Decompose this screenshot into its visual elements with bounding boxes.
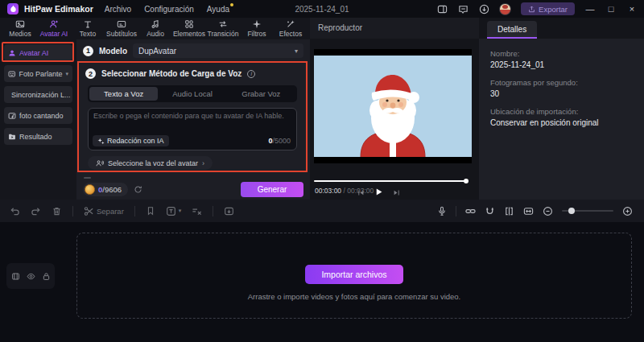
video-frame[interactable] — [314, 49, 472, 163]
sidebar-item-foto-cantando[interactable]: foto cantando — [4, 107, 72, 124]
field-label: Nombre: — [490, 49, 633, 58]
text-tool-button[interactable]: ▾ — [166, 206, 182, 216]
app-window: HitPaw Edimakor Archivo Configuración Ay… — [0, 0, 644, 342]
export-icon — [528, 6, 535, 13]
menu-ayuda[interactable]: Ayuda — [207, 5, 229, 14]
import-dropzone[interactable]: Importar archivos Arrastre o importe vid… — [76, 233, 632, 319]
titlebar: HitPaw Edimakor Archivo Configuración Ay… — [0, 0, 644, 18]
sidebar-item-resultado[interactable]: Resultado — [4, 128, 72, 145]
zoom-out-button[interactable] — [543, 206, 553, 216]
screen-record-icon[interactable] — [224, 206, 234, 216]
marker-icon[interactable] — [146, 206, 155, 216]
tab-grabar-voz[interactable]: Grabar Voz — [227, 87, 295, 101]
tab-elementos[interactable]: Elementos — [172, 19, 206, 38]
sidebar: Avatar AI Foto Parlante ▾ Sincronización… — [0, 39, 76, 200]
char-counter: 0/5000 — [268, 137, 291, 145]
download-update-icon[interactable] — [478, 3, 489, 14]
tab-texto-a-voz[interactable]: Texto a Voz — [89, 87, 158, 101]
lock-track-icon[interactable] — [42, 272, 51, 281]
text-icon — [83, 19, 93, 29]
info-icon[interactable]: i — [247, 70, 255, 78]
tab-audio[interactable]: Audio — [138, 19, 172, 38]
track-header — [6, 263, 55, 289]
sidebar-item-foto-parlante[interactable]: Foto Parlante ▾ — [4, 65, 72, 82]
coin-icon — [85, 184, 95, 195]
tab-subtitulos[interactable]: Subtítulos — [105, 19, 138, 38]
refresh-credits-icon[interactable] — [134, 183, 142, 197]
details-panel: Nombre: 2025-11-24_01 Fotogramas por seg… — [479, 39, 644, 200]
timeline-zoom-slider[interactable] — [562, 210, 613, 212]
script-textarea-container: Redacción con IA 0/5000 — [88, 108, 297, 150]
import-hint-text: Arrastre o importe videos y fotos aquí p… — [77, 292, 631, 301]
undo-button[interactable] — [10, 206, 20, 216]
close-button[interactable]: × — [626, 4, 638, 14]
split-view-icon[interactable] — [504, 206, 514, 216]
step-2-badge: 2 — [85, 68, 96, 79]
import-files-button[interactable]: Importar archivos — [305, 265, 403, 284]
ai-sparkle-icon — [97, 138, 105, 145]
audio-icon — [151, 19, 160, 29]
prev-frame-button[interactable] — [357, 185, 365, 200]
field-value: Conservar en posición original — [490, 118, 633, 127]
ai-writing-button[interactable]: Redacción con IA — [93, 135, 169, 146]
record-voiceover-button[interactable] — [437, 206, 447, 216]
model-select[interactable]: DupAvatar ▾ — [133, 43, 303, 58]
layout-panels-icon[interactable] — [436, 3, 448, 14]
tab-audio-local[interactable]: Audio Local — [158, 87, 226, 101]
player-panel: 00:03:00 / 00:03:00 — [310, 39, 479, 200]
tab-medios[interactable]: Medios — [3, 19, 37, 38]
generate-button[interactable]: Generar — [241, 182, 303, 197]
voice-section-title: Seleccionar Método de Carga de Voz — [101, 69, 242, 78]
field-value: 2025-11-24_01 — [490, 60, 633, 69]
export-button[interactable]: Exportar — [521, 2, 575, 15]
tab-avatar-ai[interactable]: Avatar AI — [37, 19, 71, 38]
delete-button[interactable] — [52, 206, 62, 216]
script-textarea[interactable] — [93, 112, 291, 133]
play-button[interactable] — [374, 185, 383, 200]
field-label: Fotogramas por segundo: — [490, 78, 633, 87]
subtitles-icon — [117, 19, 126, 29]
transition-icon — [218, 19, 228, 29]
singing-photo-icon — [8, 112, 16, 120]
tab-filtros[interactable]: Filtros — [240, 19, 274, 38]
tab-transicion[interactable]: Transición — [206, 19, 240, 38]
film-track-icon — [11, 272, 20, 281]
next-frame-button[interactable] — [393, 185, 400, 200]
chevron-down-icon: ▾ — [295, 47, 298, 55]
player-progress-bar[interactable] — [314, 180, 467, 182]
maximize-button[interactable]: □ — [605, 4, 617, 14]
panel-scrollbar[interactable] — [84, 177, 91, 179]
menu-archivo[interactable]: Archivo — [105, 5, 131, 14]
zoom-in-button[interactable] — [622, 206, 633, 216]
magnet-snap-icon[interactable] — [485, 206, 495, 216]
select-avatar-voice-button[interactable]: Seleccione la voz del avatar › — [88, 156, 213, 170]
progress-handle[interactable] — [464, 179, 469, 183]
chevron-down-icon: ▾ — [65, 71, 68, 77]
feedback-icon[interactable] — [457, 3, 469, 14]
redo-button[interactable] — [31, 206, 41, 216]
effects-icon — [286, 19, 295, 29]
details-header: Detalles — [479, 18, 644, 39]
step-1-badge: 1 — [83, 46, 93, 56]
zoom-slider-thumb[interactable] — [568, 208, 575, 214]
media-icon — [15, 19, 25, 29]
menu-configuracion[interactable]: Configuración — [144, 5, 194, 14]
timeline-area[interactable]: Importar archivos Arrastre o importe vid… — [0, 222, 644, 342]
fit-timeline-icon[interactable] — [523, 206, 534, 216]
tab-efectos[interactable]: Efectos — [274, 19, 308, 38]
avatar-ai-icon — [8, 49, 16, 57]
voice-person-icon — [96, 159, 104, 167]
remove-subtitle-icon[interactable] — [192, 206, 202, 216]
eye-visibility-icon[interactable] — [27, 272, 35, 281]
chevron-down-icon: ▾ — [179, 208, 182, 214]
user-avatar[interactable] — [499, 3, 511, 15]
timeline-toolbar: Separar ▾ — [0, 200, 644, 222]
split-button[interactable]: Separar — [84, 206, 124, 216]
tab-texto[interactable]: Texto — [71, 19, 105, 38]
sidebar-item-sincronizacion[interactable]: Sincronización L... — [4, 86, 72, 103]
link-clips-icon[interactable] — [465, 206, 476, 216]
annotation-box-voice-section: 2 Seleccionar Método de Carga de Voz i T… — [77, 61, 308, 172]
minimize-button[interactable]: — — [584, 4, 596, 14]
sidebar-item-avatar-ai[interactable]: Avatar AI — [4, 44, 72, 61]
tab-detalles[interactable]: Detalles — [487, 21, 537, 39]
